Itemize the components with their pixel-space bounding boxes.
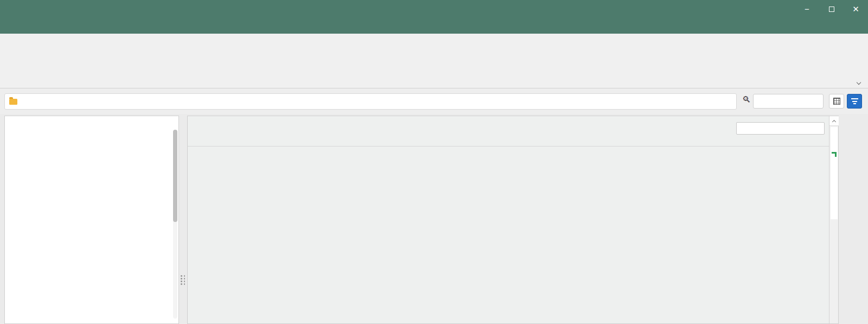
grid-search-input[interactable]: [736, 122, 825, 135]
scroll-position-marker: [832, 152, 837, 157]
group-by-panel: 🔍︎: [188, 116, 829, 147]
tree-scrollbar[interactable]: [173, 130, 177, 319]
search-icon: 🔍︎: [741, 95, 752, 107]
tree-scrollbar-thumb[interactable]: [173, 130, 177, 222]
ribbon-tab-bar: [0, 18, 868, 34]
window-controls: − ✕: [795, 0, 868, 18]
ribbon-collapse-icon[interactable]: [857, 80, 861, 85]
global-search-input[interactable]: [753, 94, 824, 109]
ribbon: [0, 34, 868, 88]
grid-icon: [833, 98, 840, 105]
filter-button[interactable]: [847, 94, 862, 109]
folder-icon: [9, 99, 17, 105]
title-bar: − ✕: [0, 0, 868, 18]
close-button[interactable]: ✕: [844, 0, 868, 18]
panel-splitter[interactable]: [181, 273, 186, 287]
grid-scrollbar[interactable]: [829, 116, 838, 323]
taxmachine-window: { "window": { "title": "TaxMachine - Wer…: [0, 0, 868, 324]
company-tree-panel: [4, 116, 179, 324]
path-bar: 🔍︎: [0, 88, 868, 114]
minimize-button[interactable]: −: [795, 0, 819, 18]
maximize-button[interactable]: [819, 0, 844, 18]
grid-view-button[interactable]: [829, 94, 844, 109]
invoice-grid-panel: 🔍︎: [187, 116, 839, 324]
breadcrumb[interactable]: [4, 93, 737, 110]
maximize-icon: [829, 7, 834, 12]
scroll-up-button[interactable]: [829, 116, 839, 126]
grid-scrollbar-track[interactable]: [831, 127, 838, 219]
